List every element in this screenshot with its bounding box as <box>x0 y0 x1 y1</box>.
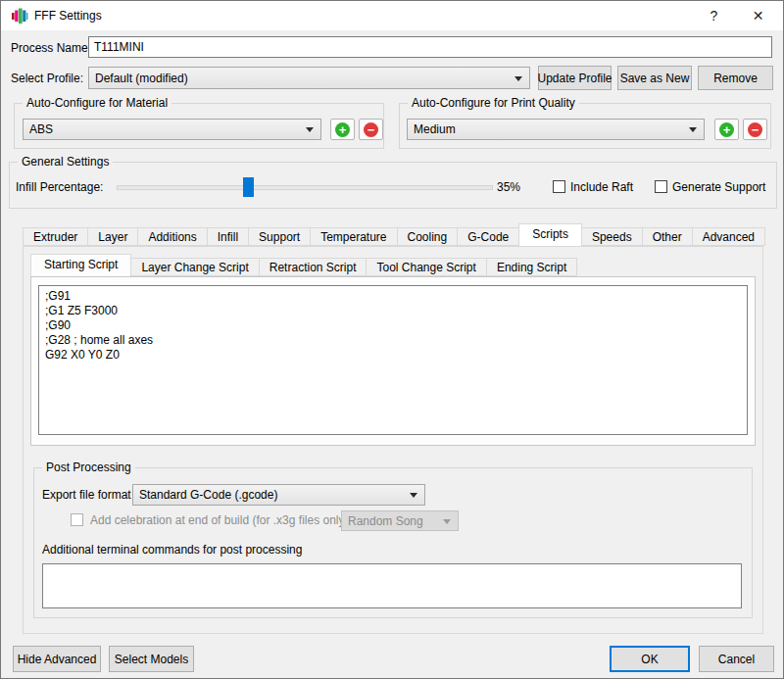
remove-quality-button[interactable]: − <box>743 119 767 140</box>
subtab-tool-change-script[interactable]: Tool Change Script <box>366 258 486 276</box>
window-title: FFF Settings <box>34 1 102 30</box>
starting-script-textarea[interactable]: ;G91 ;G1 Z5 F3000 ;G90 ;G28 ; home all a… <box>38 285 748 435</box>
tab-other[interactable]: Other <box>642 227 693 246</box>
generate-support-label: Generate Support <box>672 176 765 198</box>
tab-g-code[interactable]: G-Code <box>457 227 519 246</box>
remove-button[interactable]: Remove <box>698 66 773 90</box>
subtab-ending-script[interactable]: Ending Script <box>486 258 577 276</box>
tab-temperature[interactable]: Temperature <box>310 227 397 246</box>
main-tab-bar: ExtruderLayerAdditionsInfillSupportTempe… <box>23 224 764 246</box>
plus-icon: + <box>719 122 734 137</box>
ok-button[interactable]: OK <box>610 646 690 672</box>
generate-support-checkbox[interactable] <box>655 180 667 193</box>
post-processing-title: Post Processing <box>42 460 135 475</box>
infill-percentage-label: Infill Percentage: <box>16 176 103 198</box>
plus-icon: + <box>335 122 350 137</box>
profile-select-value: Default (modified) <box>95 72 188 85</box>
process-name-input[interactable] <box>88 36 772 58</box>
save-as-new-button[interactable]: Save as New <box>617 66 692 90</box>
tab-extruder[interactable]: Extruder <box>23 227 88 246</box>
minus-icon: − <box>364 122 378 137</box>
tab-infill[interactable]: Infill <box>207 227 249 246</box>
hide-advanced-button[interactable]: Hide Advanced <box>13 646 101 672</box>
add-quality-button[interactable]: + <box>714 119 739 140</box>
close-button[interactable]: ✕ <box>736 1 780 30</box>
close-icon: ✕ <box>753 8 764 24</box>
post-processing-group: Post Processing Export file format Stand… <box>33 467 753 618</box>
profile-select[interactable]: Default (modified) <box>88 67 530 89</box>
help-button[interactable]: ? <box>692 1 736 30</box>
tab-speeds[interactable]: Speeds <box>581 227 643 246</box>
include-raft-checkbox[interactable] <box>553 180 565 193</box>
remove-material-button[interactable]: − <box>359 119 383 140</box>
quality-select-value: Medium <box>414 122 456 136</box>
general-settings-group: General Settings Infill Percentage: 35% … <box>9 162 777 209</box>
celebration-song-select: Random Song <box>341 510 459 531</box>
cancel-button[interactable]: Cancel <box>699 646 774 672</box>
material-select-value: ABS <box>29 122 53 136</box>
material-select[interactable]: ABS <box>23 119 321 140</box>
chevron-down-icon <box>306 127 314 132</box>
chevron-down-icon <box>443 519 451 524</box>
infill-slider[interactable] <box>117 177 493 197</box>
subtab-layer-change-script[interactable]: Layer Change Script <box>130 258 259 276</box>
terminal-commands-textarea[interactable] <box>42 563 742 608</box>
minus-icon: − <box>748 122 762 137</box>
quality-select[interactable]: Medium <box>407 119 705 140</box>
title-bar: FFF Settings ? ✕ <box>1 1 783 30</box>
infill-slider-track[interactable] <box>117 185 493 190</box>
add-material-button[interactable]: + <box>330 119 355 140</box>
tab-cooling[interactable]: Cooling <box>397 227 459 246</box>
select-profile-label: Select Profile: <box>11 68 83 89</box>
script-tab-bar: Starting ScriptLayer Change ScriptRetrac… <box>30 255 576 276</box>
general-settings-title: General Settings <box>18 154 113 170</box>
chevron-down-icon <box>514 76 522 81</box>
infill-percentage-value: 35% <box>497 176 520 198</box>
auto-configure-material-group: Auto-Configure for Material ABS + − <box>14 103 384 149</box>
celebration-label: Add celebration at end of build (for .x3… <box>90 509 348 531</box>
app-icon <box>11 7 28 24</box>
export-file-format-label: Export file format <box>42 484 131 506</box>
tab-layer[interactable]: Layer <box>87 227 138 246</box>
export-format-value: Standard G-Code (.gcode) <box>139 488 277 502</box>
include-raft-label: Include Raft <box>570 176 633 198</box>
celebration-song-value: Random Song <box>348 514 423 528</box>
subtab-retraction-script[interactable]: Retraction Script <box>259 258 368 276</box>
help-icon: ? <box>710 8 718 24</box>
auto-configure-quality-group: Auto-Configure for Print Quality Medium … <box>399 103 771 149</box>
select-models-button[interactable]: Select Models <box>109 646 194 672</box>
export-format-select[interactable]: Standard G-Code (.gcode) <box>132 484 425 506</box>
process-name-label: Process Name: <box>11 37 91 59</box>
terminal-commands-label: Additional terminal commands for post pr… <box>42 541 302 558</box>
fff-settings-dialog: FFF Settings ? ✕ Process Name: Select Pr… <box>0 0 784 679</box>
tab-advanced[interactable]: Advanced <box>692 227 765 246</box>
auto-configure-material-title: Auto-Configure for Material <box>23 95 172 111</box>
update-profile-button[interactable]: Update Profile <box>538 66 612 90</box>
tab-support[interactable]: Support <box>248 227 311 246</box>
celebration-checkbox[interactable] <box>71 513 83 526</box>
chevron-down-icon <box>689 127 697 132</box>
tab-additions[interactable]: Additions <box>137 227 207 246</box>
tab-scripts[interactable]: Scripts <box>518 223 582 246</box>
auto-configure-quality-title: Auto-Configure for Print Quality <box>408 95 579 111</box>
infill-slider-handle[interactable] <box>243 177 254 197</box>
subtab-starting-script[interactable]: Starting Script <box>30 254 131 276</box>
chevron-down-icon <box>410 493 417 498</box>
